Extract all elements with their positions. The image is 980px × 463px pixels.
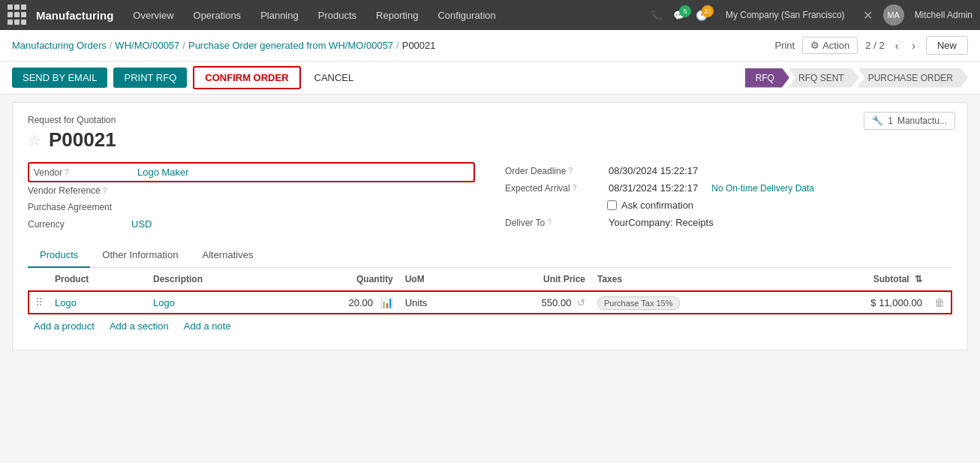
form-fields: Vendor ? Logo Maker Vendor Reference ? P… — [28, 162, 952, 233]
send-by-email-button[interactable]: SEND BY EMAIL — [12, 68, 107, 88]
reset-price-icon[interactable]: ↺ — [577, 297, 585, 308]
form-title-row: ☆ P00021 — [28, 128, 952, 152]
vendor-value[interactable]: Logo Maker — [137, 167, 189, 178]
vendor-ref-help-icon[interactable]: ? — [103, 187, 107, 195]
close-icon[interactable]: ✕ — [863, 8, 873, 23]
breadcrumb-bar: Manufacturing Orders / WH/MO/00057 / Pur… — [0, 30, 980, 62]
clock-icon[interactable]: 🕐 31 — [696, 10, 708, 21]
chat-icon[interactable]: 💬 5 — [673, 10, 685, 21]
products-table: Product Description Quantity UoM Unit Pr… — [28, 268, 952, 314]
company-name: My Company (San Francisco) — [726, 10, 845, 20]
tax-badge[interactable]: Purchase Tax 15% — [597, 296, 680, 310]
delete-cell: 🗑 — [928, 291, 951, 314]
app-brand[interactable]: Manufacturing — [36, 9, 113, 22]
bc-current: P00021 — [402, 40, 436, 51]
cancel-button[interactable]: CANCEL — [307, 68, 362, 88]
vendor-reference-label: Vendor Reference ? — [28, 185, 125, 196]
tab-products[interactable]: Products — [28, 243, 90, 268]
product-link[interactable]: Logo — [55, 297, 77, 308]
bc-manufacturing-orders[interactable]: Manufacturing Orders — [12, 40, 107, 51]
status-rfq-sent[interactable]: RFQ SENT — [788, 68, 859, 88]
col-drag — [29, 268, 49, 291]
vendor-label: Vendor ? — [34, 167, 131, 178]
product-cell: Logo — [49, 291, 147, 314]
phone-icon[interactable]: 📞 — [651, 10, 663, 21]
ask-confirmation-label: Ask confirmation — [621, 200, 693, 211]
unit-price-value[interactable]: 550.00 — [542, 297, 572, 308]
col-taxes: Taxes — [591, 268, 792, 291]
uom-cell: Units — [399, 291, 472, 314]
new-button[interactable]: New — [926, 36, 968, 55]
quantity-cell: 20.00 📊 — [278, 291, 399, 314]
bc-mo-number[interactable]: WH/MO/00057 — [115, 40, 179, 51]
nav-products[interactable]: Products — [311, 0, 364, 30]
wrench-label: Manufactu... — [897, 116, 947, 126]
purchase-agreement-label: Purchase Agreement — [28, 202, 125, 212]
print-button[interactable]: Print — [774, 40, 795, 51]
wrench-count: 1 — [888, 116, 893, 126]
expected-arrival-value[interactable]: 08/31/2024 15:22:17 — [609, 182, 698, 194]
subtotal-cell: $ 11,000.00 — [792, 291, 928, 314]
add-product-link[interactable]: Add a product — [34, 320, 95, 332]
apps-icon[interactable] — [8, 5, 29, 26]
breadcrumb-actions: Print ⚙ Action 2 / 2 ‹ › New — [774, 36, 968, 55]
order-deadline-help-icon[interactable]: ? — [568, 167, 573, 175]
currency-label: Currency — [28, 219, 125, 230]
tabs: Products Other Information Alternatives — [28, 243, 952, 268]
ask-confirmation-checkbox[interactable] — [607, 200, 617, 210]
vendor-help-icon[interactable]: ? — [65, 168, 69, 176]
main-content: 🔧 1 Manufactu... Request for Quotation ☆… — [0, 95, 980, 461]
username: Mitchell Admin — [915, 10, 972, 20]
col-product: Product — [49, 268, 147, 291]
col-description: Description — [147, 268, 278, 291]
wrench-badge[interactable]: 🔧 1 Manufactu... — [864, 112, 955, 130]
drag-handle[interactable]: ⠿ — [29, 291, 49, 314]
nav-overview[interactable]: Overview — [125, 0, 181, 30]
action-button[interactable]: ⚙ Action — [802, 37, 858, 54]
deliver-to-help-icon[interactable]: ? — [547, 218, 552, 227]
breadcrumb: Manufacturing Orders / WH/MO/00057 / Pur… — [12, 40, 436, 51]
gear-icon: ⚙ — [810, 40, 819, 51]
col-unit-price: Unit Price — [472, 268, 591, 291]
nav-planning[interactable]: Planning — [253, 0, 306, 30]
avatar[interactable]: MA — [883, 5, 904, 26]
prev-page-button[interactable]: ‹ — [892, 38, 902, 53]
add-note-link[interactable]: Add a note — [184, 320, 231, 332]
col-uom: UoM — [399, 268, 472, 291]
nav-configuration[interactable]: Configuration — [430, 0, 503, 30]
favorite-icon[interactable]: ☆ — [28, 131, 41, 149]
deliver-to-label: Deliver To ? — [505, 218, 603, 228]
no-delivery-link[interactable]: No On-time Delivery Data — [711, 183, 814, 194]
quantity-value[interactable]: 20.00 — [349, 297, 374, 308]
bc-purchase-order[interactable]: Purchase Order generated from WH/MO/0005… — [188, 40, 393, 51]
action-label: Action — [822, 40, 849, 51]
nav-operations[interactable]: Operations — [186, 0, 249, 30]
clock-badge: 31 — [702, 5, 714, 17]
unit-price-cell: 550.00 ↺ — [472, 291, 591, 314]
add-links: Add a product Add a section Add a note — [28, 314, 952, 338]
tab-other-information[interactable]: Other Information — [90, 243, 190, 268]
page-info: 2 / 2 — [865, 40, 884, 51]
order-deadline-value[interactable]: 08/30/2024 15:22:17 — [609, 165, 698, 176]
tab-alternatives[interactable]: Alternatives — [190, 243, 265, 268]
description-value[interactable]: Logo — [153, 297, 175, 308]
currency-value[interactable]: USD — [131, 218, 152, 230]
chart-icon[interactable]: 📊 — [380, 296, 393, 308]
status-rfq[interactable]: RFQ — [745, 68, 789, 88]
delete-row-icon[interactable]: 🗑 — [934, 296, 945, 308]
deliver-to-field-row: Deliver To ? YourCompany: Receipts — [505, 214, 952, 231]
confirm-order-button[interactable]: CONFIRM ORDER — [193, 66, 300, 89]
subtotal-value: $ 11,000.00 — [870, 297, 922, 308]
uom-value[interactable]: Units — [405, 297, 428, 308]
expected-arrival-help-icon[interactable]: ? — [573, 184, 577, 192]
next-page-button[interactable]: › — [909, 38, 918, 53]
add-section-link[interactable]: Add a section — [110, 320, 169, 332]
subtotal-sort-icon[interactable]: ⇅ — [915, 274, 922, 284]
nav-reporting[interactable]: Reporting — [368, 0, 425, 30]
purchase-agreement-field-row: Purchase Agreement — [28, 199, 475, 215]
deliver-to-value[interactable]: YourCompany: Receipts — [609, 217, 714, 228]
order-deadline-label: Order Deadline ? — [505, 166, 603, 176]
chat-badge: 5 — [679, 5, 691, 17]
print-rfq-button[interactable]: PRINT RFQ — [113, 68, 187, 88]
status-purchase-order[interactable]: PURCHASE ORDER — [858, 68, 968, 88]
